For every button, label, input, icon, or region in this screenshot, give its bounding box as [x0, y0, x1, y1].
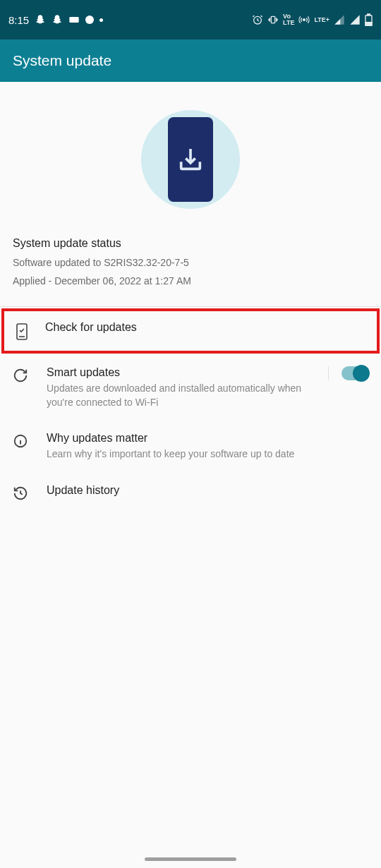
battery-icon: [365, 13, 373, 26]
hotspot-icon: [298, 14, 310, 25]
status-bar: 8:15 VoLTE LTE+: [0, 0, 381, 40]
smart-updates-label: Smart updates: [47, 366, 304, 379]
snapchat-icon: [35, 14, 46, 25]
svg-rect-6: [365, 23, 372, 25]
notification-icon: [68, 15, 80, 25]
more-notifications-icon: [99, 18, 103, 22]
history-icon: [13, 486, 28, 501]
info-icon: [13, 433, 28, 449]
hero-section: [0, 82, 381, 230]
update-status-section: System update status Software updated to…: [0, 230, 381, 307]
page-title: System update: [13, 52, 111, 69]
check-for-updates-item[interactable]: Check for updates: [1, 308, 380, 354]
smart-updates-toggle[interactable]: [341, 366, 368, 380]
applied-date-text: Applied - December 06, 2022 at 1:27 AM: [13, 275, 368, 287]
software-version-text: Software updated to S2RIS32.32-20-7-5: [13, 257, 368, 268]
notification-dot-icon: [85, 16, 94, 24]
gesture-bar[interactable]: [145, 857, 236, 861]
refresh-icon: [13, 368, 28, 383]
phone-icon: [168, 117, 213, 202]
svg-point-3: [303, 19, 306, 21]
why-updates-sub: Learn why it's important to keep your so…: [47, 447, 368, 462]
volte-icon: VoLTE: [283, 13, 294, 26]
snapchat-icon: [52, 14, 63, 25]
phone-check-icon: [16, 323, 28, 341]
network-type-text: LTE+: [314, 17, 329, 23]
update-history-item[interactable]: Update history: [0, 473, 381, 512]
status-heading: System update status: [13, 237, 368, 250]
smart-updates-item[interactable]: Smart updates Updates are downloaded and…: [0, 355, 381, 421]
vibrate-icon: [267, 14, 279, 25]
app-bar: System update: [0, 40, 381, 82]
smart-updates-sub: Updates are downloaded and installed aut…: [47, 382, 304, 409]
update-history-label: Update history: [47, 484, 368, 497]
why-updates-item[interactable]: Why updates matter Learn why it's import…: [0, 421, 381, 473]
why-updates-label: Why updates matter: [47, 432, 368, 445]
svg-rect-5: [368, 14, 370, 16]
alarm-icon: [252, 14, 263, 25]
signal-icon: [334, 14, 345, 25]
check-updates-label: Check for updates: [45, 321, 367, 334]
clock-text: 8:15: [8, 14, 29, 26]
svg-rect-2: [271, 16, 274, 23]
signal-icon: [349, 14, 361, 25]
hero-circle: [141, 110, 240, 209]
svg-rect-0: [70, 17, 79, 23]
